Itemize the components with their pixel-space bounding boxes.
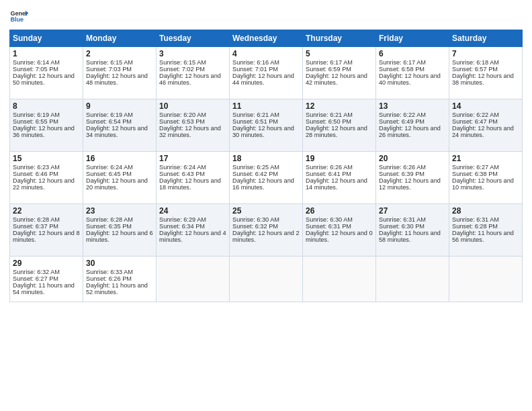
table-row: 24Sunrise: 6:29 AMSunset: 6:34 PMDayligh… [157, 204, 230, 257]
day-number: 27 [379, 206, 446, 216]
table-row: 7Sunrise: 6:18 AMSunset: 6:57 PMDaylight… [449, 47, 523, 99]
sunrise-label: Sunrise: 6:15 AM [159, 59, 206, 66]
sunset-label: Sunset: 6:39 PM [379, 171, 425, 177]
daylight-label: Daylight: 12 hours and 50 minutes. [13, 73, 75, 86]
sunrise-label: Sunrise: 6:31 AM [452, 216, 499, 223]
sunrise-label: Sunrise: 6:19 AM [86, 111, 133, 118]
header-monday: Monday [83, 30, 157, 47]
daylight-label: Daylight: 12 hours and 32 minutes. [159, 125, 221, 138]
sunrise-label: Sunrise: 6:29 AM [159, 216, 206, 223]
table-row: 5Sunrise: 6:17 AMSunset: 6:59 PMDaylight… [303, 47, 376, 99]
day-number: 18 [232, 154, 300, 163]
table-row [303, 257, 376, 302]
sunset-label: Sunset: 6:50 PM [306, 118, 351, 125]
sunset-label: Sunset: 7:05 PM [13, 66, 58, 73]
sunrise-label: Sunrise: 6:21 AM [306, 111, 353, 118]
day-number: 28 [452, 206, 519, 216]
daylight-label: Daylight: 12 hours and 6 minutes. [86, 230, 153, 243]
table-row: 29Sunrise: 6:32 AMSunset: 6:27 PMDayligh… [10, 257, 83, 302]
sunset-label: Sunset: 6:58 PM [379, 66, 425, 73]
daylight-label: Daylight: 12 hours and 38 minutes. [452, 73, 514, 86]
daylight-label: Daylight: 12 hours and 24 minutes. [452, 125, 514, 138]
daylight-label: Daylight: 12 hours and 26 minutes. [379, 125, 441, 138]
daylight-label: Daylight: 12 hours and 4 minutes. [159, 230, 226, 243]
table-row: 26Sunrise: 6:30 AMSunset: 6:31 PMDayligh… [303, 204, 376, 257]
daylight-label: Daylight: 11 hours and 56 minutes. [452, 230, 514, 243]
sunset-label: Sunset: 7:03 PM [86, 66, 132, 73]
table-row: 11Sunrise: 6:21 AMSunset: 6:51 PMDayligh… [230, 99, 303, 152]
daylight-label: Daylight: 12 hours and 18 minutes. [159, 177, 221, 191]
day-number: 5 [306, 49, 373, 58]
day-number: 29 [13, 259, 80, 268]
day-number: 1 [13, 49, 80, 58]
sunset-label: Sunset: 6:31 PM [306, 223, 351, 230]
table-row: 17Sunrise: 6:24 AMSunset: 6:43 PMDayligh… [157, 152, 230, 204]
sunrise-label: Sunrise: 6:20 AM [159, 111, 206, 118]
sunrise-label: Sunrise: 6:26 AM [306, 164, 353, 171]
sunrise-label: Sunrise: 6:17 AM [379, 59, 426, 66]
daylight-label: Daylight: 12 hours and 30 minutes. [232, 125, 294, 138]
sunrise-label: Sunrise: 6:23 AM [13, 164, 60, 171]
weekday-header-row: Sunday Monday Tuesday Wednesday Thursday… [10, 30, 523, 47]
day-number: 17 [159, 154, 226, 163]
table-row [449, 257, 523, 302]
daylight-label: Daylight: 12 hours and 14 minutes. [306, 177, 367, 191]
sunrise-label: Sunrise: 6:31 AM [379, 216, 426, 223]
header-saturday: Saturday [449, 30, 523, 47]
sunrise-label: Sunrise: 6:28 AM [13, 216, 60, 223]
daylight-label: Daylight: 11 hours and 58 minutes. [379, 230, 441, 243]
table-row: 21Sunrise: 6:27 AMSunset: 6:38 PMDayligh… [449, 152, 523, 204]
sunset-label: Sunset: 6:26 PM [86, 275, 132, 282]
table-row: 14Sunrise: 6:22 AMSunset: 6:47 PMDayligh… [449, 99, 523, 152]
daylight-label: Daylight: 12 hours and 22 minutes. [13, 177, 75, 191]
sunset-label: Sunset: 6:34 PM [159, 223, 205, 230]
sunset-label: Sunset: 6:43 PM [159, 171, 205, 177]
sunset-label: Sunset: 6:28 PM [452, 223, 498, 230]
calendar-container: General Blue Sunday Monday Tuesday Wedne… [0, 0, 532, 411]
sunset-label: Sunset: 6:35 PM [86, 223, 132, 230]
daylight-label: Daylight: 12 hours and 28 minutes. [306, 125, 367, 138]
day-number: 7 [452, 49, 519, 58]
day-number: 14 [452, 101, 519, 111]
daylight-label: Daylight: 12 hours and 10 minutes. [452, 177, 514, 191]
sunrise-label: Sunrise: 6:26 AM [379, 164, 426, 171]
daylight-label: Daylight: 12 hours and 12 minutes. [379, 177, 441, 191]
sunset-label: Sunset: 6:53 PM [159, 118, 205, 125]
daylight-label: Daylight: 12 hours and 48 minutes. [86, 73, 148, 86]
day-number: 30 [86, 259, 153, 268]
day-number: 13 [379, 101, 446, 111]
sunset-label: Sunset: 6:49 PM [379, 118, 425, 125]
daylight-label: Daylight: 12 hours and 2 minutes. [232, 230, 300, 243]
table-row: 2Sunrise: 6:15 AMSunset: 7:03 PMDaylight… [83, 47, 157, 99]
sunset-label: Sunset: 6:42 PM [232, 171, 278, 177]
sunrise-label: Sunrise: 6:32 AM [13, 269, 60, 275]
day-number: 20 [379, 154, 446, 163]
day-number: 22 [13, 206, 80, 216]
day-number: 9 [86, 101, 153, 111]
table-row [230, 257, 303, 302]
day-number: 6 [379, 49, 446, 58]
header-wednesday: Wednesday [230, 30, 303, 47]
table-row: 1Sunrise: 6:14 AMSunset: 7:05 PMDaylight… [10, 47, 83, 99]
day-number: 19 [306, 154, 373, 163]
table-row [157, 257, 230, 302]
sunset-label: Sunset: 6:37 PM [13, 223, 58, 230]
sunset-label: Sunset: 6:41 PM [306, 171, 351, 177]
sunrise-label: Sunrise: 6:22 AM [379, 111, 426, 118]
sunrise-label: Sunrise: 6:28 AM [86, 216, 133, 223]
sunrise-label: Sunrise: 6:24 AM [159, 164, 206, 171]
table-row: 6Sunrise: 6:17 AMSunset: 6:58 PMDaylight… [376, 47, 449, 99]
sunset-label: Sunset: 6:38 PM [452, 171, 498, 177]
sunset-label: Sunset: 6:47 PM [452, 118, 498, 125]
header-tuesday: Tuesday [157, 30, 230, 47]
day-number: 24 [159, 206, 226, 216]
daylight-label: Daylight: 12 hours and 20 minutes. [86, 177, 148, 191]
day-number: 16 [86, 154, 153, 163]
daylight-label: Daylight: 12 hours and 44 minutes. [232, 73, 294, 86]
logo: General Blue [9, 7, 28, 26]
day-number: 21 [452, 154, 519, 163]
table-row: 27Sunrise: 6:31 AMSunset: 6:30 PMDayligh… [376, 204, 449, 257]
table-row: 23Sunrise: 6:28 AMSunset: 6:35 PMDayligh… [83, 204, 157, 257]
header-thursday: Thursday [303, 30, 376, 47]
sunset-label: Sunset: 6:57 PM [452, 66, 498, 73]
